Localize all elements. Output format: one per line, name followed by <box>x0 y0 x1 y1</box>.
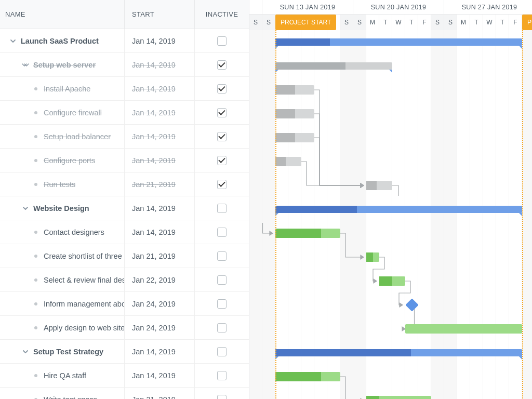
bar-row <box>249 197 532 221</box>
task-bar[interactable] <box>275 85 314 95</box>
task-row[interactable]: Create shortlist of three designersJan 2… <box>0 244 249 268</box>
chevron-down-icon[interactable] <box>22 205 29 212</box>
inactive-checkbox[interactable] <box>217 132 227 141</box>
timeline-header-groups: SUN 13 JAN 2019SUN 20 JAN 2019SUN 27 JAN… <box>249 0 532 15</box>
task-start: Jan 14, 2019 <box>132 348 176 356</box>
task-name: Apply design to web site <box>44 324 124 332</box>
task-row[interactable]: Setup web serverJan 14, 2019 <box>0 53 249 77</box>
summary-bar[interactable] <box>275 206 522 213</box>
task-grid: NAME START INACTIVE Launch SaaS ProductJ… <box>0 0 249 399</box>
task-name: Select & review final design <box>44 276 124 284</box>
task-start: Jan 14, 2019 <box>132 61 176 69</box>
task-row[interactable]: Launch SaaS ProductJan 14, 2019 <box>0 29 249 53</box>
task-row[interactable]: Setup Test StrategyJan 14, 2019 <box>0 340 249 364</box>
gantt-app: NAME START INACTIVE Launch SaaS ProductJ… <box>0 0 532 399</box>
progress-fill <box>275 38 330 46</box>
task-name: Configure ports <box>44 156 95 165</box>
task-row[interactable]: Hire QA staffJan 14, 2019 <box>0 364 249 388</box>
day-cell: S <box>431 15 444 30</box>
progress-fill <box>275 133 295 142</box>
chevron-double-down-icon[interactable] <box>22 61 29 69</box>
task-start: Jan 14, 2019 <box>132 204 176 212</box>
task-name: Website Design <box>33 204 89 212</box>
task-row[interactable]: Configure firewallJan 14, 2019 <box>0 101 249 125</box>
bar-row <box>249 245 532 269</box>
task-bar[interactable] <box>366 396 431 399</box>
task-row[interactable]: Setup load balancerJan 14, 2019 <box>0 125 249 149</box>
bar-row <box>249 102 532 126</box>
inactive-checkbox[interactable] <box>217 251 227 261</box>
task-bar[interactable] <box>405 324 522 334</box>
grid-header: NAME START INACTIVE <box>0 0 249 29</box>
inactive-checkbox[interactable] <box>217 60 227 70</box>
timeline-body[interactable] <box>249 30 532 399</box>
bullet-icon <box>34 183 37 186</box>
inactive-checkbox[interactable] <box>217 156 227 165</box>
task-bar[interactable] <box>366 181 392 190</box>
day-cell: M <box>366 15 379 30</box>
task-name: Setup load balancer <box>44 132 111 141</box>
bullet-icon <box>34 231 37 234</box>
timeline[interactable]: SUN 13 JAN 2019SUN 20 JAN 2019SUN 27 JAN… <box>249 0 532 399</box>
task-row[interactable]: Run testsJan 21, 2019 <box>0 172 249 196</box>
day-cell: T <box>496 15 509 30</box>
chevron-down-icon[interactable] <box>22 348 29 355</box>
inactive-checkbox[interactable] <box>217 275 227 285</box>
inactive-checkbox[interactable] <box>217 299 227 309</box>
col-header-start[interactable]: START <box>125 0 195 29</box>
chevron-down-icon[interactable] <box>9 37 17 45</box>
task-row[interactable]: Select & review final designJan 22, 2019 <box>0 268 249 292</box>
task-start: Jan 14, 2019 <box>132 109 176 117</box>
task-row[interactable]: Write test specsJan 21, 2019 <box>0 388 249 399</box>
project-end-line <box>522 30 523 399</box>
inactive-checkbox[interactable] <box>217 395 227 399</box>
task-start: Jan 24, 2019 <box>132 300 176 308</box>
task-row[interactable]: Apply design to web siteJan 24, 2019 <box>0 316 249 340</box>
task-name: Setup web server <box>33 61 96 69</box>
task-start: Jan 21, 2019 <box>132 252 176 260</box>
task-name: Write test specs <box>44 395 97 399</box>
inactive-checkbox[interactable] <box>217 228 227 237</box>
task-bar[interactable] <box>379 276 405 286</box>
bar-row <box>249 269 532 293</box>
progress-fill <box>275 229 321 238</box>
inactive-checkbox[interactable] <box>217 204 227 213</box>
task-bar[interactable] <box>275 372 340 381</box>
task-row[interactable]: Configure portsJan 14, 2019 <box>0 149 249 172</box>
task-name: Inform management about decision <box>44 300 124 308</box>
inactive-checkbox[interactable] <box>217 371 227 380</box>
summary-bar[interactable] <box>275 349 522 356</box>
task-row[interactable]: Inform management about decisionJan 24, … <box>0 292 249 316</box>
progress-fill <box>275 349 411 356</box>
inactive-checkbox[interactable] <box>217 323 227 332</box>
day-cell: S <box>340 15 353 30</box>
inactive-checkbox[interactable] <box>217 36 227 46</box>
bullet-icon <box>34 255 37 258</box>
col-header-inactive[interactable]: INACTIVE <box>195 0 249 29</box>
inactive-checkbox[interactable] <box>217 347 227 356</box>
task-start: Jan 14, 2019 <box>132 156 176 165</box>
inactive-checkbox[interactable] <box>217 180 227 189</box>
col-header-name[interactable]: NAME <box>0 0 125 29</box>
inactive-checkbox[interactable] <box>217 108 227 117</box>
bar-row <box>249 341 532 365</box>
summary-bar[interactable] <box>275 38 522 46</box>
task-row[interactable]: Install ApacheJan 14, 2019 <box>0 77 249 101</box>
day-cell: M <box>457 15 470 30</box>
project-start-line <box>275 30 276 399</box>
task-name: Contact designers <box>44 228 104 236</box>
milestone[interactable] <box>405 298 418 311</box>
task-row[interactable]: Contact designersJan 14, 2019 <box>0 220 249 244</box>
task-start: Jan 21, 2019 <box>132 395 176 399</box>
progress-fill <box>275 62 345 70</box>
progress-fill <box>379 276 392 286</box>
task-bar[interactable] <box>275 109 314 118</box>
inactive-checkbox[interactable] <box>217 84 227 94</box>
task-row[interactable]: Website DesignJan 14, 2019 <box>0 196 249 220</box>
task-bar[interactable] <box>366 252 379 262</box>
progress-fill <box>275 109 295 118</box>
task-bar[interactable] <box>275 229 340 238</box>
task-bar[interactable] <box>275 133 314 142</box>
task-bar[interactable] <box>275 157 301 166</box>
summary-bar[interactable] <box>275 62 392 70</box>
